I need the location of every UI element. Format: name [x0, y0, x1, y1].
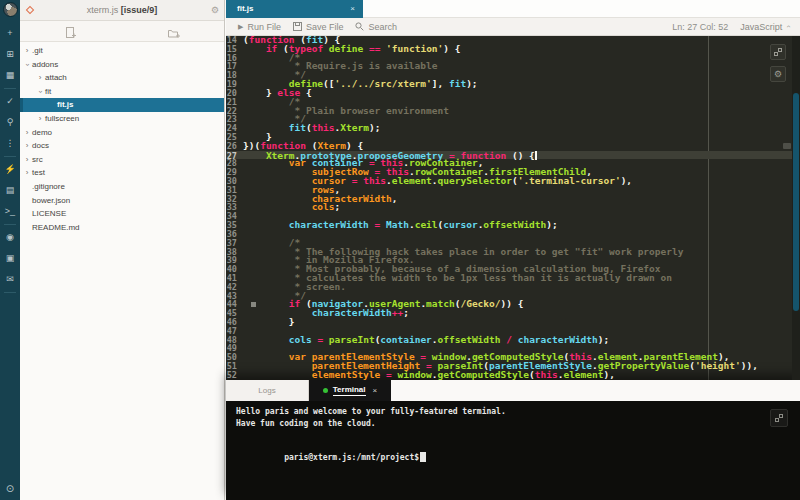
- panel-icon[interactable]: ▤: [0, 180, 20, 201]
- code-editor[interactable]: 14(function (fit) {15 if (typeof define …: [226, 36, 800, 380]
- code-line-42[interactable]: 42 * screen.: [226, 283, 800, 292]
- terminal-cursor: [420, 452, 426, 462]
- project-settings-icon[interactable]: ⚙: [211, 0, 219, 21]
- tab-fit-js[interactable]: fit.js ×: [226, 0, 363, 18]
- sidebar-divider: [4, 224, 16, 225]
- user-avatar[interactable]: [3, 2, 18, 17]
- code-line-35[interactable]: 35 characterWidth = Math.ceil(cursor.off…: [226, 221, 800, 230]
- code-line-15[interactable]: 15 if (typeof define == 'function') {: [226, 45, 800, 54]
- chevron-right-icon[interactable]: ›: [22, 153, 32, 167]
- tree-item-addons[interactable]: ›addons: [20, 58, 224, 72]
- mail-icon[interactable]: ✉: [0, 269, 20, 290]
- chevron-right-icon[interactable]: ›: [22, 139, 32, 153]
- chevron-right-icon[interactable]: ›: [22, 166, 32, 180]
- tab-logs[interactable]: Logs: [226, 380, 309, 401]
- tree-item-docs[interactable]: ›docs: [20, 139, 224, 153]
- terminal-icon[interactable]: >_: [0, 201, 20, 222]
- commits-icon[interactable]: ⋮: [0, 133, 20, 154]
- gear-icon: ⚙: [774, 69, 782, 79]
- editor-tabbar: fit.js ×: [226, 0, 800, 18]
- editor-scrollbar-track: [792, 36, 800, 380]
- save-icon: [293, 22, 302, 31]
- tree-item--git[interactable]: ›.git: [20, 44, 224, 58]
- chevron-right-icon[interactable]: ›: [22, 126, 32, 140]
- tab-terminal[interactable]: Terminal ×: [309, 380, 391, 401]
- tree-item-fullscreen[interactable]: ›fullscreen: [20, 112, 224, 126]
- language-selector[interactable]: JavaScript ›: [740, 22, 790, 32]
- project-logo-icon: [26, 6, 34, 14]
- tree-item-label: LICENSE: [32, 207, 66, 221]
- run-file-label: Run File: [247, 22, 281, 32]
- chevron-right-icon[interactable]: ›: [35, 71, 45, 85]
- editor-settings-button[interactable]: ⚙: [770, 66, 786, 82]
- code-line-22[interactable]: 22 * Plain browser environment: [226, 107, 800, 116]
- file-tree: ›.git›addons›attach›fit›fit.js›fullscree…: [20, 42, 224, 234]
- line-number: 52: [226, 371, 243, 380]
- tree-item-test[interactable]: ›test: [20, 166, 224, 180]
- install-box-icon[interactable]: ⊞: [0, 44, 20, 65]
- chevron-up-icon: ›: [784, 25, 793, 28]
- code-line-17[interactable]: 17 * Require.js is available: [226, 62, 800, 71]
- code-line-45[interactable]: 45 characterWidth++;: [226, 309, 800, 318]
- search-label: Search: [368, 22, 397, 32]
- chevron-down-icon[interactable]: ›: [20, 59, 34, 69]
- sidebar-icons: +⊞▦✓⚲⋮⚡▤>_◉▣✉: [0, 23, 20, 293]
- key-icon[interactable]: ⚲: [0, 112, 20, 133]
- tree-item-fit-js[interactable]: ›fit.js: [20, 98, 224, 112]
- tab-close-icon[interactable]: ×: [350, 0, 355, 18]
- terminal-prompt: paris@xterm.js:/mnt/project$: [284, 453, 419, 462]
- add-icon[interactable]: +: [0, 23, 20, 44]
- code-line-20[interactable]: 20 } else {: [226, 89, 800, 98]
- bolt-icon[interactable]: ⚡: [0, 159, 20, 180]
- new-file-button[interactable]: [66, 25, 76, 43]
- search-button[interactable]: Search: [355, 22, 397, 32]
- tree-item-src[interactable]: ›src: [20, 153, 224, 167]
- code-line-48[interactable]: 48 cols = parseInt(container.offsetWidth…: [226, 336, 800, 345]
- tree-item-demo[interactable]: ›demo: [20, 126, 224, 140]
- code-line-19[interactable]: 19 define(['../../src/xterm'], fit);: [226, 80, 800, 89]
- new-folder-button[interactable]: [168, 25, 180, 43]
- save-disk-icon[interactable]: ▣: [0, 248, 20, 269]
- code-line-36[interactable]: 36: [226, 230, 800, 239]
- tree-item-license[interactable]: ›LICENSE: [20, 207, 224, 221]
- ide-window: +⊞▦✓⚲⋮⚡▤>_◉▣✉ ⊙ xterm.js [issue/9] ⚙ ›.g…: [0, 0, 800, 500]
- code-line-33[interactable]: 33 cols;: [226, 203, 800, 212]
- code-text: cols;: [243, 201, 340, 212]
- editor-scrollbar-thumb[interactable]: [793, 93, 799, 311]
- code-lines: 14(function (fit) {15 if (typeof define …: [226, 36, 800, 380]
- code-line-52[interactable]: 52 elementStyle = window.getComputedStyl…: [226, 371, 800, 380]
- tree-item-attach[interactable]: ›attach: [20, 71, 224, 85]
- editor-expand-button[interactable]: [770, 44, 786, 60]
- tree-item-bower-json[interactable]: ›bower.json: [20, 194, 224, 208]
- code-text: }: [243, 316, 294, 327]
- tree-item-label: .git: [32, 44, 43, 58]
- eye-icon[interactable]: ◉: [0, 227, 20, 248]
- terminal-tab-label: Terminal: [333, 385, 366, 396]
- tree-item-fit[interactable]: ›fit: [20, 85, 224, 99]
- logs-tab-label: Logs: [258, 386, 275, 395]
- terminal-close-icon[interactable]: ×: [373, 386, 378, 395]
- terminal-line: Have fun coding on the cloud.: [236, 418, 800, 430]
- tree-item--gitignore[interactable]: ›.gitignore: [20, 180, 224, 194]
- save-file-button[interactable]: Save File: [293, 22, 344, 32]
- chevron-down-icon[interactable]: ›: [33, 87, 47, 97]
- terminal-output[interactable]: Hello paris and welcome to your fully-fe…: [226, 401, 800, 500]
- run-file-button[interactable]: ▶ Run File: [238, 22, 281, 32]
- code-line-46[interactable]: 46 }: [226, 318, 800, 327]
- code-text: cols = parseInt(container.offsetWidth / …: [243, 334, 609, 345]
- code-text: elementStyle = window.getComputedStyle(t…: [243, 369, 615, 380]
- chevron-right-icon[interactable]: ›: [22, 44, 32, 58]
- activity-sidebar: +⊞▦✓⚲⋮⚡▤>_◉▣✉ ⊙: [0, 0, 20, 500]
- code-line-24[interactable]: 24 fit(this.Xterm);: [226, 124, 800, 133]
- apps-grid-icon[interactable]: ▦: [0, 65, 20, 86]
- power-icon[interactable]: ⊙: [0, 483, 20, 494]
- terminal-expand-button[interactable]: [770, 409, 788, 427]
- tree-item-label: .gitignore: [32, 180, 65, 194]
- terminal-line: Hello paris and welcome to your fully-fe…: [236, 406, 800, 418]
- chevron-right-icon[interactable]: ›: [35, 112, 45, 126]
- status-dot-icon: [323, 388, 328, 393]
- check-icon[interactable]: ✓: [0, 91, 20, 112]
- tab-label: fit.js: [237, 4, 253, 13]
- tree-item-label: attach: [45, 71, 67, 85]
- tree-item-readme-md[interactable]: ›README.md: [20, 221, 224, 235]
